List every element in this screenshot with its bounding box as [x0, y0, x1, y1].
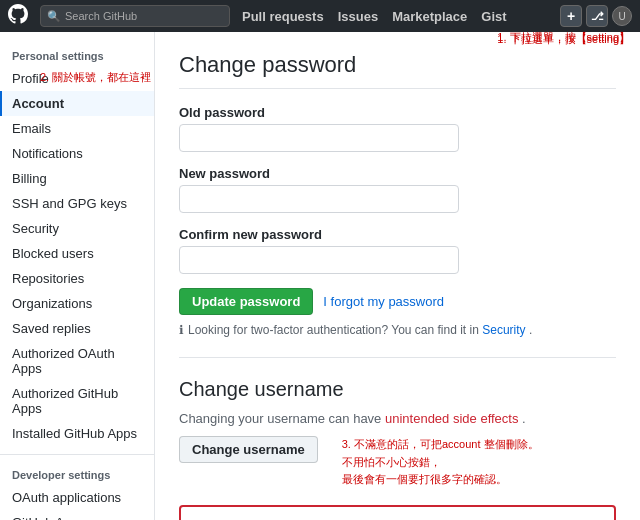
gist-link[interactable]: Gist: [481, 9, 506, 24]
two-factor-text: Looking for two-factor authentication? Y…: [188, 323, 532, 337]
sidebar-item-organizations[interactable]: Organizations: [0, 291, 154, 316]
sidebar-item-profile[interactable]: Profile 2. 關於帳號，都在這裡: [0, 66, 154, 91]
sidebar-item-ssh-gpg[interactable]: SSH and GPG keys: [0, 191, 154, 216]
topnav-right: + ⎇ U: [560, 5, 632, 27]
new-item-button[interactable]: +: [560, 5, 582, 27]
unintended-side-effects-link[interactable]: unintended side effects: [385, 411, 518, 426]
username-row: Change username 3. 不滿意的話，可把account 整個刪除。…: [179, 436, 616, 489]
avatar[interactable]: U: [612, 6, 632, 26]
new-password-label: New password: [179, 166, 616, 181]
update-password-button[interactable]: Update password: [179, 288, 313, 315]
sidebar-item-github-apps-dev[interactable]: GitHub Apps: [0, 510, 154, 520]
username-note: Changing your username can have unintend…: [179, 411, 616, 426]
two-factor-note: ℹ Looking for two-factor authentication?…: [179, 323, 616, 337]
new-password-group: New password: [179, 166, 616, 213]
confirm-password-input[interactable]: [179, 246, 459, 274]
topnav: 🔍 Search GitHub Pull requests Issues Mar…: [0, 0, 640, 32]
sidebar-item-billing[interactable]: Billing: [0, 166, 154, 191]
fork-button[interactable]: ⎇: [586, 5, 608, 27]
sidebar-item-emails[interactable]: Emails: [0, 116, 154, 141]
marketplace-link[interactable]: Marketplace: [392, 9, 467, 24]
change-password-title: Change password: [179, 52, 616, 89]
change-username-button[interactable]: Change username: [179, 436, 318, 463]
annotation-setting-2: 1. 下拉選單，按【setting】: [497, 32, 630, 47]
confirm-password-label: Confirm new password: [179, 227, 616, 242]
sidebar-item-github-apps-auth[interactable]: Authorized GitHub Apps: [0, 381, 154, 421]
sidebar-item-github-apps-installed[interactable]: Installed GitHub Apps: [0, 421, 154, 446]
search-icon: 🔍: [47, 10, 61, 23]
sidebar-item-repositories[interactable]: Repositories: [0, 266, 154, 291]
sidebar-item-notifications[interactable]: Notifications: [0, 141, 154, 166]
search-placeholder-text: Search GitHub: [65, 10, 137, 22]
sidebar-item-account[interactable]: Account: [0, 91, 154, 116]
annotation-delete: 3. 不滿意的話，可把account 整個刪除。 不用怕不小心按錯， 最後會有一…: [342, 436, 539, 489]
personal-settings-label: Personal settings: [0, 44, 154, 66]
sidebar: Personal settings Profile 2. 關於帳號，都在這裡 A…: [0, 32, 155, 520]
section-divider-1: [179, 357, 616, 358]
developer-settings-label: Developer settings: [0, 463, 154, 485]
sidebar-item-oauth-apps[interactable]: Authorized OAuth Apps: [0, 341, 154, 381]
delete-account-box: Delete account Once you delete your acco…: [179, 505, 616, 520]
pull-requests-link[interactable]: Pull requests: [242, 9, 324, 24]
old-password-label: Old password: [179, 105, 616, 120]
security-link[interactable]: Security: [482, 323, 525, 337]
change-username-title: Change username: [179, 378, 616, 401]
annotation-account: 2. 關於帳號，都在這裡: [40, 70, 151, 85]
topnav-links: Pull requests Issues Marketplace Gist: [242, 9, 507, 24]
old-password-group: Old password: [179, 105, 616, 152]
info-icon: ℹ: [179, 323, 184, 337]
main-content: 1. 下拉選單，按【setting】 Change password Old p…: [155, 32, 640, 520]
search-input[interactable]: 🔍 Search GitHub: [40, 5, 230, 27]
issues-link[interactable]: Issues: [338, 9, 378, 24]
sidebar-item-saved-replies[interactable]: Saved replies: [0, 316, 154, 341]
sidebar-item-blocked-users[interactable]: Blocked users: [0, 241, 154, 266]
github-logo-icon[interactable]: [8, 4, 28, 29]
sidebar-item-oauth-dev[interactable]: OAuth applications: [0, 485, 154, 510]
old-password-input[interactable]: [179, 124, 459, 152]
sidebar-item-security[interactable]: Security: [0, 216, 154, 241]
password-action-row: Update password I forgot my password: [179, 288, 616, 315]
page-layout: Personal settings Profile 2. 關於帳號，都在這裡 A…: [0, 32, 640, 520]
confirm-password-group: Confirm new password: [179, 227, 616, 274]
sidebar-divider: [0, 454, 154, 455]
new-password-input[interactable]: [179, 185, 459, 213]
forgot-password-link[interactable]: I forgot my password: [323, 294, 444, 309]
